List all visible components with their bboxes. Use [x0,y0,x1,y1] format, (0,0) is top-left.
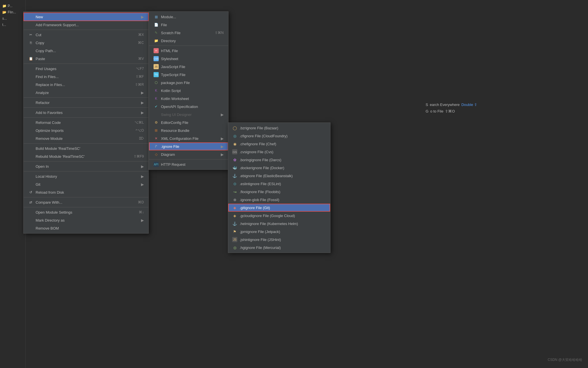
new-menu-item-module[interactable]: ▦ Module... [149,13,228,21]
ignore-item-eb[interactable]: ⚓ .ebignore File (ElasticBeanstalk) [228,172,330,180]
separator-8 [24,171,148,171]
new-menu-item-diagram[interactable]: ◇ Diagram ▶ [149,150,228,158]
sidebar-item-project[interactable]: 📁 P... [0,3,25,9]
menu-item-remove-bom[interactable]: Remove BOM [24,224,148,232]
menu-item-find-in-files[interactable]: Find in Files... ⇧⌘F [24,73,148,81]
search-everywhere-label: earch Everywhere [430,103,460,107]
git-menu-icon [28,182,33,187]
menu-item-copy[interactable]: ⎘ Copy ⌘C [24,39,148,47]
menu-item-open-module-settings[interactable]: Open Module Settings ⌘↓ [24,208,148,216]
menu-label-find-usages: Find Usages [36,67,56,71]
new-menu-item-package-json[interactable]: ⬡ package.json File [149,79,228,87]
sidebar-item-s[interactable]: s... [0,15,25,22]
ignore-item-cvs[interactable]: cvs .cvsignore File (Cvs) [228,148,330,156]
helm-icon: ⚓ [232,221,237,226]
new-menu-item-ignore[interactable]: i* .ignore File ▶ [149,142,228,150]
menu-item-copy-path[interactable]: Copy Path... [24,47,148,55]
mark-directory-arrow: ▶ [141,218,144,222]
menu-item-remove-module[interactable]: Remove Module ⌦ [24,134,148,142]
rebuild-shortcut: ⇧⌘F9 [134,154,144,158]
new-menu-label-kotlin-ws: Kotlin Worksheet [161,97,189,101]
new-menu-label-resource-bundle: Resource Bundle [161,128,189,133]
menu-item-refactor[interactable]: Refactor ▶ [24,99,148,107]
menu-item-add-to-favorites[interactable]: Add to Favorites ▶ [24,109,148,116]
mark-directory-icon [28,218,33,223]
analyze-icon [28,90,33,95]
new-menu-item-swing[interactable]: Swing UI Designer ▶ [149,111,228,118]
paste-icon: 📋 [28,56,33,61]
optimize-shortcut: ^⌥O [136,128,144,132]
ts-icon: TS [154,72,159,77]
menu-item-reload-from-disk[interactable]: ↺ Reload from Disk [24,188,148,196]
menu-item-rebuild-module[interactable]: Rebuild Module 'RealTimeSC' ⇧⌘F9 [24,152,148,160]
new-menu-item-directory[interactable]: 📁 Directory [149,37,228,45]
new-menu-item-file[interactable]: 📄 File [149,21,228,29]
ignore-item-darcs[interactable]: ✿ .boringignore File (Darcs) [228,156,330,164]
ignore-item-fossil[interactable]: ⊗ .ignore-glob File (Fossil) [228,196,330,204]
sidebar-item-flink[interactable]: 📂 Flin... [0,9,25,15]
menu-item-new[interactable]: New ▶ [24,13,148,21]
context-menu-ignore: ◯ .bzrignore File (Bazaar) ◎ .cfignore F… [228,122,330,253]
menu-item-local-history[interactable]: Local History ▶ [24,172,148,180]
cf-icon: ◎ [232,133,237,138]
menu-item-optimize-imports[interactable]: Optimize Imports ^⌥O [24,126,148,134]
menu-item-compare-with[interactable]: ⇄ Compare With... ⌘D [24,198,148,206]
new-menu-item-ts[interactable]: TS TypeScript File [149,71,228,79]
new-menu-item-openapi[interactable]: ✔ OpenAPI Specification [149,103,228,111]
menu-label-replace-in-files: Replace in Files... [36,83,65,87]
menu-label-add-framework: Add Framework Support... [36,23,79,27]
new-menu-item-scratch[interactable]: ✎ Scratch File ⇧⌘N [149,29,228,37]
menu-item-git[interactable]: Git ▶ [24,180,148,188]
new-menu-item-http[interactable]: API HTTP Request [149,160,228,168]
menu-label-git: Git [36,182,40,187]
resource-bundle-icon: ⊞ [154,128,159,133]
menu-item-build-module[interactable]: Build Module 'RealTimeSC' [24,144,148,152]
ignore-label-chef: .chefignore File (Chef) [240,142,276,146]
new-menu-item-js[interactable]: JS JavaScript File [149,63,228,71]
new-icon [28,14,33,19]
ignore-item-jetpack[interactable]: ⚑ .jpmignore File (Jetpack) [228,228,330,236]
find-usages-shortcut: ⌥F7 [136,67,144,71]
sidebar-item-t[interactable]: t... [0,22,25,28]
menu-item-analyze[interactable]: Analyze ▶ [24,89,148,97]
menu-item-cut[interactable]: ✂ Cut ⌘X [24,31,148,39]
go-to-file-shortcut: ⇧⌘O [445,109,455,113]
ignore-item-cf[interactable]: ◎ .cfignore File (CloudFoundry) [228,132,330,140]
new-menu-item-css[interactable]: CSS Stylesheet [149,55,228,63]
ignore-item-jshint[interactable]: JS .jshintignore File (JSHint) [228,236,330,244]
menu-item-reformat-code[interactable]: Reformat Code ⌥⌘L [24,118,148,126]
find-in-files-shortcut: ⇧⌘F [136,75,144,79]
menu-item-open-in[interactable]: Open In ▶ [24,162,148,170]
new-menu-item-kotlin-script[interactable]: K Kotlin Script [149,87,228,95]
eb-icon: ⚓ [232,173,237,178]
ignore-item-eslint[interactable]: ⊙ .eslintignore File (ESLint) [228,180,330,188]
fossil-icon: ⊗ [232,197,237,202]
new-menu-item-editorconfig[interactable]: ⚙ EditorConfig File [149,118,228,126]
new-menu-item-kotlin-ws[interactable]: K Kotlin Worksheet [149,95,228,103]
menu-label-paste: Paste [36,57,45,61]
separator-2 [24,64,148,64]
ignore-item-floo[interactable]: ↝ .flooignore File (Floobits) [228,188,330,196]
ignore-item-hg[interactable]: ◎ .hgignore File (Mercurial) [228,244,330,252]
new-menu-label-html: HTML File [161,49,178,53]
ignore-item-docker[interactable]: 🐳 .dockerignore File (Docker) [228,164,330,172]
ignore-item-bzr[interactable]: ◯ .bzrignore File (Bazaar) [228,124,330,132]
ignore-item-git[interactable]: ◈ .gitignore File (Git) [228,204,330,212]
ignore-item-helm[interactable]: ⚓ .helmignore File (Kubernetes Helm) [228,220,330,228]
menu-label-optimize-imports: Optimize Imports [36,128,64,133]
new-menu-item-html[interactable]: H HTML File [149,47,228,55]
ignore-label-bzr: .bzrignore File (Bazaar) [240,126,278,130]
bzr-icon: ◯ [232,125,237,130]
menu-item-add-framework[interactable]: Add Framework Support... [24,21,148,29]
ignore-item-gcloud[interactable]: ◈ .gcloudignore File (Google Cloud) [228,212,330,220]
ignore-item-chef[interactable]: ◉ .chefignore File (Chef) [228,140,330,148]
chef-icon: ◉ [232,141,237,146]
menu-item-paste[interactable]: 📋 Paste ⌘V [24,55,148,63]
menu-item-replace-in-files[interactable]: Replace in Files... ⇧⌘R [24,81,148,89]
menu-item-mark-directory[interactable]: Mark Directory as ▶ [24,216,148,224]
refactor-arrow: ▶ [141,101,144,105]
new-menu-item-resource-bundle[interactable]: ⊞ Resource Bundle [149,126,228,134]
new-menu-item-xml[interactable]: ✕ XML Configuration File ▶ [149,134,228,142]
menu-item-find-usages[interactable]: Find Usages ⌥F7 [24,65,148,73]
menu-label-mark-directory: Mark Directory as [36,218,65,222]
